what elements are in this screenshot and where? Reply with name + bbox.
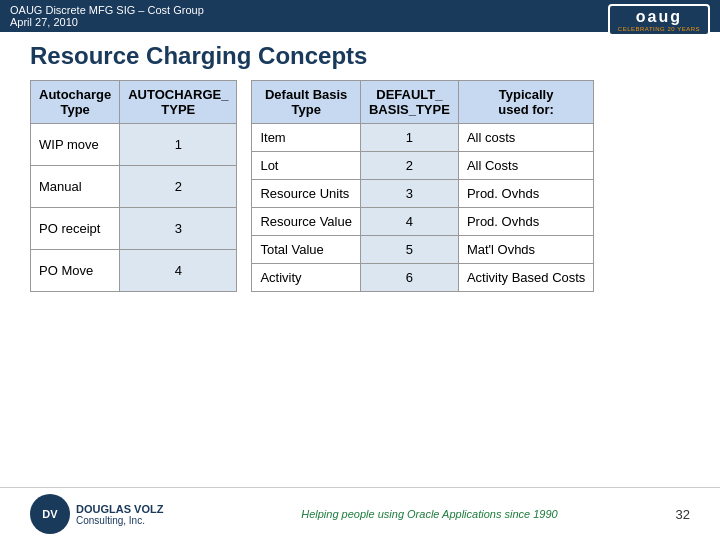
table-cell: 2 [120, 166, 237, 208]
dv-initials: DV [42, 508, 57, 520]
left-col1-header: AutochargeType [31, 81, 120, 124]
table-cell: Prod. Ovhds [458, 180, 594, 208]
header-line2: April 27, 2010 [10, 16, 78, 28]
left-col2-header: AUTOCHARGE_TYPE [120, 81, 237, 124]
page-title: Resource Charging Concepts [30, 42, 690, 70]
table-cell: WIP move [31, 124, 120, 166]
table-row: PO receipt3 [31, 208, 237, 250]
table-row: WIP move1 [31, 124, 237, 166]
right-col1-header: Default BasisType [252, 81, 361, 124]
table-cell: Item [252, 124, 361, 152]
table-cell: Total Value [252, 236, 361, 264]
right-col2-header: DEFAULT_BASIS_TYPE [360, 81, 458, 124]
table-cell: 3 [120, 208, 237, 250]
oaug-celebrating-text: CELEBRATING 20 YEARS [618, 26, 700, 32]
table-cell: Activity [252, 264, 361, 292]
table-cell: 4 [120, 250, 237, 292]
table-cell: Resource Units [252, 180, 361, 208]
table-cell: Mat'l Ovhds [458, 236, 594, 264]
table-row: Lot2All Costs [252, 152, 594, 180]
table-cell: 1 [360, 124, 458, 152]
table-cell: 2 [360, 152, 458, 180]
table-cell: Manual [31, 166, 120, 208]
table-cell: Resource Value [252, 208, 361, 236]
table-cell: All Costs [458, 152, 594, 180]
footer-company-name: DOUGLAS VOLZ [76, 503, 163, 515]
table-cell: 4 [360, 208, 458, 236]
table-row: Item1All costs [252, 124, 594, 152]
footer-logo-text: DOUGLAS VOLZ Consulting, Inc. [76, 503, 163, 526]
oaug-logo: oaug CELEBRATING 20 YEARS [608, 4, 710, 36]
table-cell: 6 [360, 264, 458, 292]
table-cell: Prod. Ovhds [458, 208, 594, 236]
dv-circle-logo: DV [30, 494, 70, 534]
footer: DV DOUGLAS VOLZ Consulting, Inc. Helping… [0, 487, 720, 540]
table-cell: All costs [458, 124, 594, 152]
table-row: PO Move4 [31, 250, 237, 292]
table-row: Resource Units3Prod. Ovhds [252, 180, 594, 208]
table-cell: PO Move [31, 250, 120, 292]
table-row: Activity6Activity Based Costs [252, 264, 594, 292]
table-cell: Activity Based Costs [458, 264, 594, 292]
table-cell: 5 [360, 236, 458, 264]
header-line1: OAUG Discrete MFG SIG – Cost Group [10, 4, 204, 16]
right-col3-header: Typicallyused for: [458, 81, 594, 124]
header-bar: OAUG Discrete MFG SIG – Cost Group April… [0, 0, 720, 32]
oaug-logo-text: oaug [636, 8, 682, 25]
tables-container: AutochargeType AUTOCHARGE_TYPE WIP move1… [30, 80, 690, 292]
table-cell: Lot [252, 152, 361, 180]
right-table: Default BasisType DEFAULT_BASIS_TYPE Typ… [251, 80, 594, 292]
footer-page-number: 32 [676, 507, 690, 522]
footer-logo: DV DOUGLAS VOLZ Consulting, Inc. [30, 494, 163, 534]
page-title-area: Resource Charging Concepts [30, 42, 690, 70]
table-row: Total Value5Mat'l Ovhds [252, 236, 594, 264]
footer-company-sub: Consulting, Inc. [76, 515, 163, 526]
table-cell: PO receipt [31, 208, 120, 250]
table-row: Manual2 [31, 166, 237, 208]
left-table: AutochargeType AUTOCHARGE_TYPE WIP move1… [30, 80, 237, 292]
table-row: Resource Value4Prod. Ovhds [252, 208, 594, 236]
table-cell: 3 [360, 180, 458, 208]
footer-slogan: Helping people using Oracle Applications… [183, 508, 675, 520]
table-cell: 1 [120, 124, 237, 166]
